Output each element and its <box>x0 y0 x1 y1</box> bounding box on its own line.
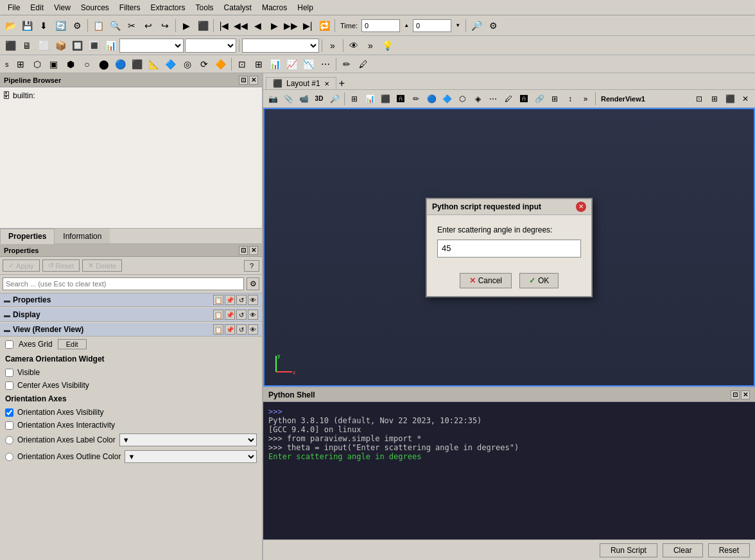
rt-btn-2[interactable]: 📎 <box>281 92 295 106</box>
tb3-btn-17[interactable]: 📈 <box>284 57 300 72</box>
props-close-btn[interactable]: ✕ <box>249 246 258 255</box>
visible-checkbox[interactable] <box>5 369 13 377</box>
rt-btn-15[interactable]: 🖊 <box>501 92 516 106</box>
pipeline-item-builtin[interactable]: 🗄 builtin: <box>3 90 259 101</box>
props-section-reset-btn[interactable]: ↺ <box>236 295 247 305</box>
open-btn[interactable]: 📂 <box>3 18 18 33</box>
view-section-eye-btn[interactable]: 👁 <box>248 324 258 335</box>
tb3-btn-18[interactable]: 📉 <box>301 57 317 72</box>
tb-btn-11[interactable]: ▶ <box>178 18 194 33</box>
tb3-btn-21[interactable]: 🖊 <box>356 57 371 72</box>
tb-play[interactable]: ▶ <box>266 18 282 33</box>
orientation-label-color-select[interactable]: ▼ <box>119 433 257 446</box>
tb-zoom[interactable]: 🔎 <box>469 18 484 33</box>
menu-tools[interactable]: Tools <box>191 2 219 13</box>
orientation-outline-color-select[interactable]: ▼ <box>125 450 257 463</box>
tb-btn-9[interactable]: ↩ <box>141 18 156 33</box>
tb3-btn-7[interactable]: 🔵 <box>113 57 128 72</box>
rt-btn-6[interactable]: 📊 <box>363 92 377 106</box>
display-section-reset-btn[interactable]: ↺ <box>236 310 247 320</box>
tb2-btn-4[interactable]: 📦 <box>53 38 68 53</box>
python-shell-maximize-btn[interactable]: ⊡ <box>731 390 740 399</box>
tb3-btn-20[interactable]: ✏ <box>339 57 354 72</box>
dialog-cancel-btn[interactable]: ✕ Cancel <box>460 273 512 288</box>
rt-btn-4[interactable]: 🔎 <box>327 92 342 106</box>
center-axes-checkbox[interactable] <box>5 381 13 390</box>
view-section-collapse-icon[interactable]: ▬ <box>4 326 10 333</box>
menu-help[interactable]: Help <box>292 2 318 13</box>
tb2-btn-3[interactable]: ⬜ <box>36 38 51 53</box>
tb-btn-8[interactable]: ✂ <box>124 18 139 33</box>
rt-btn-10[interactable]: 🔵 <box>424 92 438 106</box>
tb3-btn-12[interactable]: ⟳ <box>196 57 212 72</box>
tb-loop[interactable]: 🔁 <box>317 18 332 33</box>
rt-close-btn[interactable]: ✕ <box>738 92 752 106</box>
axes-grid-checkbox[interactable] <box>5 340 13 349</box>
tb2-select-1[interactable] <box>119 39 184 53</box>
menu-edit[interactable]: Edit <box>25 2 49 13</box>
layout-tab-add-btn[interactable]: + <box>336 78 347 89</box>
menu-sources[interactable]: Sources <box>76 2 114 13</box>
apply-button[interactable]: ✓ Apply <box>3 259 40 272</box>
pipeline-maximize-btn[interactable]: ⊡ <box>239 76 248 85</box>
rt-btn-13[interactable]: ◈ <box>471 92 485 106</box>
tb3-btn-11[interactable]: ◎ <box>180 57 195 72</box>
rt-btn-more[interactable]: » <box>578 92 593 106</box>
tb-next[interactable]: ▶▶ <box>283 18 299 33</box>
tab-properties[interactable]: Properties <box>0 229 55 244</box>
tb-first[interactable]: |◀ <box>216 18 232 33</box>
tb-last[interactable]: ▶| <box>300 18 315 33</box>
tb3-btn-5[interactable]: ○ <box>80 57 95 72</box>
menu-extractors[interactable]: Extractors <box>146 2 191 13</box>
search-settings-btn[interactable]: ⚙ <box>247 277 259 290</box>
view-section-copy-btn[interactable]: 📋 <box>213 324 223 335</box>
run-script-btn[interactable]: Run Script <box>600 543 657 557</box>
time-input[interactable] <box>361 19 400 32</box>
tb2-btn-6[interactable]: 🔳 <box>86 38 101 53</box>
rt-btn-5[interactable]: ⊞ <box>347 92 361 106</box>
orientation-interactivity-checkbox[interactable] <box>5 421 13 430</box>
tb3-btn-10[interactable]: 🔷 <box>163 57 178 72</box>
tb2-more[interactable]: » <box>325 38 340 53</box>
clear-btn[interactable]: Clear <box>663 543 703 557</box>
menu-view[interactable]: View <box>49 2 76 13</box>
tb3-btn-13[interactable]: 🔶 <box>213 57 229 72</box>
tb3-btn-8[interactable]: ⬛ <box>130 57 145 72</box>
view-section-paste-btn[interactable]: 📌 <box>225 324 235 335</box>
python-shell-close-btn[interactable]: ✕ <box>741 390 750 399</box>
tb2-more-2[interactable]: » <box>363 38 378 53</box>
axes-grid-edit-btn[interactable]: Edit <box>58 339 87 349</box>
render-view[interactable]: x y Python script requested input ✕ <box>263 108 755 387</box>
props-section-copy-btn[interactable]: 📋 <box>213 295 223 305</box>
rt-btn-9[interactable]: ✏ <box>409 92 423 106</box>
rt-btn-17[interactable]: 🔗 <box>532 92 546 106</box>
tb2-btn-7[interactable]: 📊 <box>103 38 118 53</box>
rt-btn-16[interactable]: 🅰 <box>517 92 531 106</box>
tb-btn-10[interactable]: ↪ <box>157 18 173 33</box>
tb3-btn-4[interactable]: ⬢ <box>63 57 78 72</box>
tb2-light[interactable]: 💡 <box>379 38 395 53</box>
menu-file[interactable]: File <box>3 2 25 13</box>
tb3-btn-15[interactable]: ⊞ <box>251 57 266 72</box>
menu-catalyst[interactable]: Catalyst <box>219 2 257 13</box>
tb2-select-3[interactable] <box>242 39 319 53</box>
tb3-btn-9[interactable]: 📐 <box>146 57 162 72</box>
tb3-btn-16[interactable]: 📊 <box>268 57 283 72</box>
search-input[interactable] <box>3 277 244 290</box>
orientation-label-color-radio[interactable] <box>5 436 13 444</box>
tb2-eye[interactable]: 👁 <box>346 38 361 53</box>
props-maximize-btn[interactable]: ⊡ <box>239 246 248 255</box>
tb2-btn-5[interactable]: 🔲 <box>69 38 85 53</box>
menu-macros[interactable]: Macros <box>257 2 292 13</box>
delete-button[interactable]: ✕ Delete <box>82 259 122 272</box>
tb-time-down[interactable]: ▼ <box>453 22 463 30</box>
properties-section-collapse-icon[interactable]: ▬ <box>4 297 10 304</box>
tb-btn-3[interactable]: ⬇ <box>36 18 51 33</box>
orientation-visibility-checkbox[interactable] <box>5 408 13 417</box>
tb3-btn-19[interactable]: ⋯ <box>318 57 333 72</box>
tb2-select-2[interactable] <box>185 39 236 53</box>
layout-tab-close-icon[interactable]: ✕ <box>324 80 329 87</box>
tb2-btn-1[interactable]: ⬛ <box>3 38 18 53</box>
save-btn[interactable]: 💾 <box>19 18 35 33</box>
props-section-eye-btn[interactable]: 👁 <box>248 295 258 305</box>
